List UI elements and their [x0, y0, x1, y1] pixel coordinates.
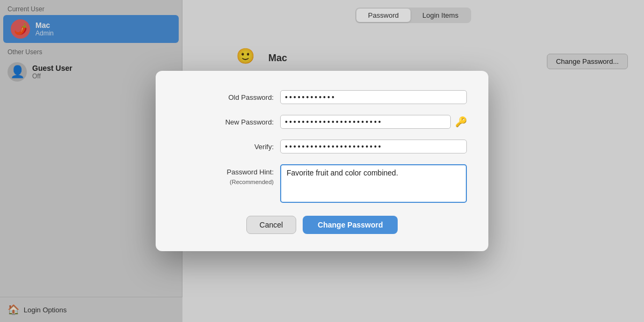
hint-row: Password Hint: (Recommended) Favorite fr… [177, 164, 467, 203]
verify-row: Verify: [177, 140, 467, 153]
new-password-row: New Password: 🔑 [177, 115, 467, 129]
verify-label: Verify: [177, 143, 274, 151]
hint-label: Password Hint: (Recommended) [177, 164, 274, 187]
old-password-row: Old Password: [177, 90, 467, 104]
old-password-input[interactable] [280, 90, 467, 104]
change-password-modal: Old Password: New Password: 🔑 Verify: Pa… [156, 71, 488, 251]
new-password-input-row: 🔑 [280, 115, 467, 129]
modal-buttons: Cancel Change Password [177, 216, 467, 234]
verify-input[interactable] [280, 140, 467, 153]
modal-overlay: Old Password: New Password: 🔑 Verify: Pa… [0, 0, 644, 322]
hint-input[interactable]: Favorite fruit and color combined. [280, 164, 467, 203]
new-password-label: New Password: [177, 118, 274, 126]
old-password-label: Old Password: [177, 93, 274, 101]
change-password-button[interactable]: Change Password [303, 216, 398, 234]
key-icon[interactable]: 🔑 [455, 116, 467, 128]
cancel-button[interactable]: Cancel [246, 216, 297, 234]
new-password-input[interactable] [280, 115, 451, 129]
